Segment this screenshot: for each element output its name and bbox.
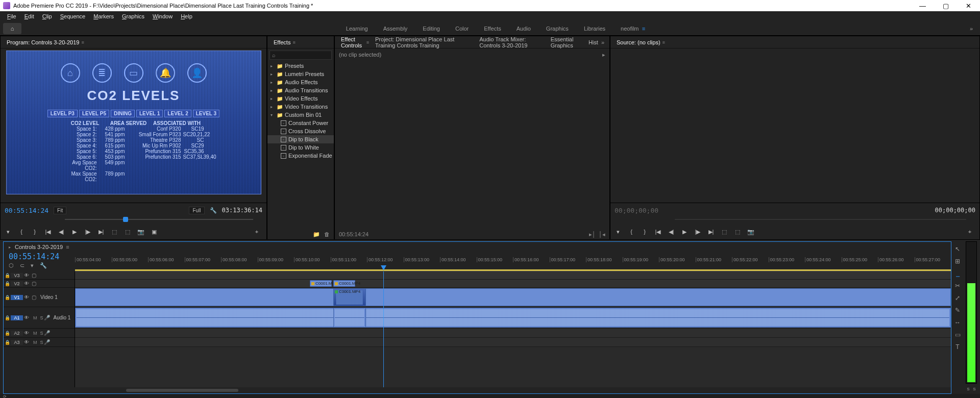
step-fwd-icon[interactable]: |▶ bbox=[84, 228, 91, 235]
ripple-tool-icon[interactable]: ⎯ bbox=[956, 270, 960, 277]
quality-select[interactable]: Full bbox=[189, 207, 204, 214]
export-frame-icon[interactable]: 📷 bbox=[137, 228, 144, 235]
source-tab[interactable]: Source: (no clips)≡ bbox=[614, 39, 668, 45]
snap-icon[interactable]: ⬡ bbox=[9, 262, 14, 269]
workspace-editing[interactable]: Editing bbox=[423, 26, 440, 32]
close-button[interactable]: ✕ bbox=[957, 0, 980, 11]
type-tool-icon[interactable]: T bbox=[955, 343, 959, 351]
tree-item[interactable]: ▫Cross Dissolve bbox=[267, 127, 334, 135]
go-out-icon[interactable]: ▶| bbox=[97, 228, 105, 235]
razor-tool-icon[interactable]: ✂ bbox=[955, 282, 960, 289]
menu-graphics[interactable]: Graphics bbox=[118, 13, 149, 19]
go-in-icon[interactable]: |◀ bbox=[654, 228, 662, 235]
timeline-playhead[interactable] bbox=[383, 271, 384, 387]
go-out-icon[interactable]: ▶| bbox=[707, 228, 715, 235]
sequence-tab[interactable]: Controls 3-20-2019 bbox=[15, 244, 63, 250]
track-header-a2[interactable]: 🔒A2👁MS🎤 bbox=[4, 329, 75, 338]
trash-icon[interactable]: 🗑 bbox=[324, 231, 330, 237]
wrench-icon[interactable]: 🔧 bbox=[210, 207, 217, 214]
tabs-overflow-icon[interactable]: » bbox=[601, 39, 604, 45]
track-header-v2[interactable]: 🔒V2👁▢ bbox=[4, 280, 75, 288]
timeline-ruler[interactable]: 00:55:04:0000:55:05:0000:55:06:0000:55:0… bbox=[75, 252, 951, 271]
export-frame-icon[interactable]: 📷 bbox=[747, 228, 754, 235]
menu-edit[interactable]: Edit bbox=[20, 13, 38, 19]
effects-tab[interactable]: Effects≡ bbox=[271, 39, 299, 45]
zoom-select[interactable]: Fit bbox=[54, 207, 66, 214]
zoom-handle-icon[interactable]: ▸│ bbox=[589, 231, 596, 238]
button-editor-icon[interactable]: + bbox=[253, 228, 260, 235]
clip-v1-insert[interactable]: C0001.MP4 bbox=[333, 288, 366, 306]
play-icon[interactable]: ▶ bbox=[681, 228, 688, 235]
extract-icon[interactable]: ⬚ bbox=[124, 228, 131, 235]
step-back-icon[interactable]: ◀| bbox=[58, 228, 65, 235]
overwrite-icon[interactable]: ⬚ bbox=[734, 228, 741, 235]
tree-item[interactable]: ▫Exponential Fade bbox=[267, 152, 334, 160]
hand-tool-icon[interactable]: ↔ bbox=[954, 319, 961, 326]
insert-icon[interactable]: ⬚ bbox=[721, 228, 728, 235]
lift-icon[interactable]: ⬚ bbox=[111, 228, 118, 235]
toggle-timeline-icon[interactable]: ▸ bbox=[602, 52, 605, 58]
slip-tool-icon[interactable]: ⤢ bbox=[955, 294, 960, 302]
new-bin-icon[interactable]: 📁 bbox=[313, 231, 320, 238]
track-header-v1[interactable]: 🔒V1👁▢Video 1 bbox=[4, 288, 75, 307]
marker-icon[interactable]: ▾ bbox=[615, 228, 622, 235]
play-icon[interactable]: ▶ bbox=[71, 228, 78, 235]
tab-project[interactable]: Project: Dimensional Place Last Training… bbox=[372, 36, 476, 48]
tree-folder[interactable]: ▸📁Audio Transitions bbox=[267, 86, 334, 94]
menu-help[interactable]: Help bbox=[177, 13, 197, 19]
workspace-overflow-icon[interactable]: » bbox=[970, 26, 973, 32]
marker-icon[interactable]: ▾ bbox=[31, 262, 34, 269]
tree-folder[interactable]: ▸📁Video Transitions bbox=[267, 103, 334, 111]
timeline-tracks[interactable]: C0001.MP4 C0001.MP4 C0001.MP4 bbox=[75, 271, 951, 387]
home-button[interactable]: ⌂ bbox=[3, 23, 21, 34]
settings-icon[interactable]: 🔧 bbox=[40, 262, 47, 269]
menu-sequence[interactable]: Sequence bbox=[56, 13, 90, 19]
workspace-assembly[interactable]: Assembly bbox=[383, 26, 408, 32]
tree-item-selected[interactable]: ▫Dip to Black bbox=[267, 135, 334, 143]
workspace-libraries[interactable]: Libraries bbox=[584, 26, 605, 32]
track-select-tool-icon[interactable]: ⊞ bbox=[955, 258, 960, 265]
maximize-button[interactable]: ▢ bbox=[934, 0, 957, 11]
pen-tool-icon[interactable]: ✎ bbox=[955, 307, 960, 314]
go-in-icon[interactable]: |◀ bbox=[44, 228, 52, 235]
clip-a1-insert[interactable] bbox=[333, 308, 366, 328]
selection-tool-icon[interactable]: ↖ bbox=[955, 245, 960, 253]
tree-folder[interactable]: ▸📁Audio Effects bbox=[267, 78, 334, 86]
tree-folder[interactable]: ▸📁Video Effects bbox=[267, 94, 334, 103]
track-header-v3[interactable]: 🔒V3👁▢ bbox=[4, 271, 75, 280]
program-tab[interactable]: Program: Controls 3-20-2019≡ bbox=[4, 39, 87, 45]
linked-sel-icon[interactable]: ⊂ bbox=[20, 262, 24, 269]
tree-folder-open[interactable]: ▾📁Custom Bin 01 bbox=[267, 111, 334, 119]
workspace-neofilm[interactable]: neofilm ≡ bbox=[621, 26, 645, 32]
in-icon[interactable]: { bbox=[18, 228, 25, 235]
rect-tool-icon[interactable]: ▭ bbox=[955, 331, 961, 338]
step-fwd-icon[interactable]: |▶ bbox=[694, 228, 701, 235]
tree-folder[interactable]: ▸📁Presets bbox=[267, 62, 334, 70]
compare-icon[interactable]: ▣ bbox=[151, 228, 158, 235]
menu-file[interactable]: File bbox=[3, 13, 20, 19]
out-icon[interactable]: } bbox=[641, 228, 648, 235]
tab-essential-graphics[interactable]: Essential Graphics bbox=[548, 36, 585, 48]
program-viewport[interactable]: ⌂ ≣ ▭ 🔔 👤 CO2 LEVELS LEVEL P3 LEVEL P5 D… bbox=[6, 51, 261, 194]
tree-item[interactable]: ▫Dip to White bbox=[267, 143, 334, 152]
panel-menu-icon[interactable]: ≡ bbox=[81, 40, 84, 45]
track-header-a1[interactable]: 🔒A1👁MS🎤Audio 1 bbox=[4, 307, 75, 329]
zoom-handle-icon[interactable]: │◂ bbox=[599, 231, 605, 238]
workspace-effects[interactable]: Effects bbox=[484, 26, 501, 32]
source-scrubber[interactable] bbox=[615, 215, 975, 223]
menu-window[interactable]: Window bbox=[149, 13, 177, 19]
workspace-color[interactable]: Color bbox=[455, 26, 469, 32]
workspace-audio[interactable]: Audio bbox=[517, 26, 531, 32]
menu-markers[interactable]: Markers bbox=[89, 13, 118, 19]
tab-audio-mixer[interactable]: Audio Track Mixer: Controls 3-20-2019 bbox=[476, 36, 548, 48]
timeline-timecode[interactable]: 00:55:14:24 bbox=[9, 252, 75, 261]
tree-item[interactable]: ▫Constant Power bbox=[267, 119, 334, 127]
tab-effect-controls[interactable]: Effect Controls≡ bbox=[338, 36, 372, 48]
clip-v2[interactable]: C0001.MP4 bbox=[333, 280, 355, 287]
tab-history[interactable]: Hist bbox=[585, 39, 601, 45]
timeline-zoom-bar[interactable] bbox=[4, 387, 951, 393]
effects-search[interactable]: ⌕ bbox=[270, 51, 332, 60]
track-header-a3[interactable]: 🔒A3👁MS🎤 bbox=[4, 338, 75, 347]
program-timecode[interactable]: 00:55:14:24 bbox=[5, 207, 48, 214]
out-icon[interactable]: } bbox=[31, 228, 38, 235]
